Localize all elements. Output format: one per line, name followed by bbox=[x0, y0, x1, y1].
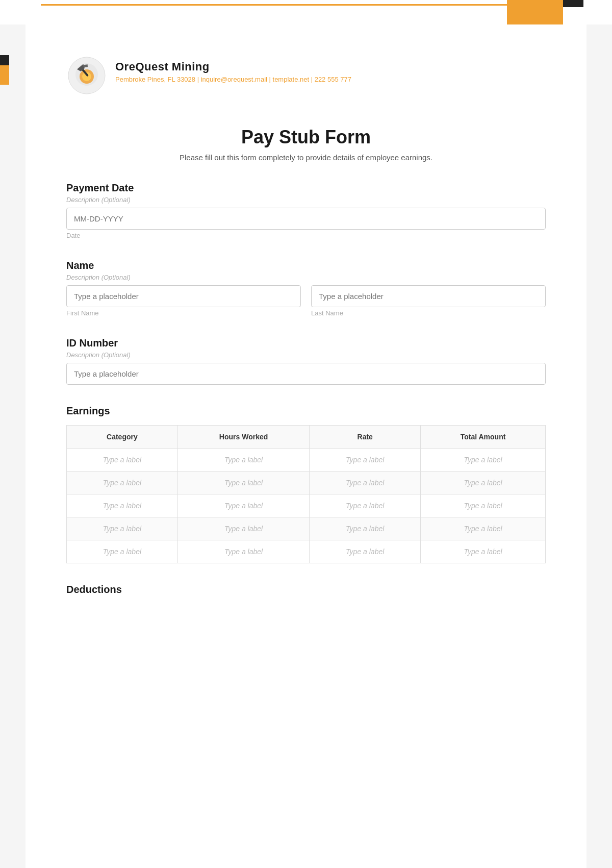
last-name-sublabel: Last Name bbox=[311, 309, 546, 317]
first-name-sublabel: First Name bbox=[66, 309, 301, 317]
payment-date-section: Payment Date Description (Optional) Date bbox=[66, 182, 546, 239]
earnings-cell[interactable]: Type a label bbox=[177, 494, 309, 517]
id-number-description: Description (Optional) bbox=[66, 351, 546, 359]
earnings-cell[interactable]: Type a label bbox=[177, 517, 309, 540]
earnings-cell[interactable]: Type a label bbox=[177, 472, 309, 494]
payment-date-description: Description (Optional) bbox=[66, 196, 546, 204]
earnings-cell[interactable]: Type a label bbox=[310, 517, 421, 540]
name-description: Description (Optional) bbox=[66, 274, 546, 281]
earnings-row: Type a labelType a labelType a labelType… bbox=[67, 472, 546, 494]
earnings-cell[interactable]: Type a label bbox=[177, 540, 309, 563]
first-name-input[interactable] bbox=[66, 285, 301, 307]
earnings-cell[interactable]: Type a label bbox=[421, 472, 546, 494]
first-name-col: First Name bbox=[66, 285, 301, 317]
col-rate: Rate bbox=[310, 426, 421, 449]
earnings-section: Earnings Category Hours Worked Rate Tota… bbox=[66, 405, 546, 563]
earnings-cell[interactable]: Type a label bbox=[67, 517, 178, 540]
earnings-row: Type a labelType a labelType a labelType… bbox=[67, 540, 546, 563]
id-number-section: ID Number Description (Optional) bbox=[66, 337, 546, 385]
earnings-cell[interactable]: Type a label bbox=[310, 540, 421, 563]
earnings-cell[interactable]: Type a label bbox=[421, 517, 546, 540]
form-subtitle: Please fill out this form completely to … bbox=[66, 153, 546, 162]
form-title: Pay Stub Form bbox=[66, 127, 546, 148]
name-label: Name bbox=[66, 260, 546, 271]
page-container: OreQuest Mining Pembroke Pines, FL 33028… bbox=[26, 24, 586, 868]
earnings-cell[interactable]: Type a label bbox=[310, 449, 421, 472]
earnings-cell[interactable]: Type a label bbox=[310, 494, 421, 517]
company-details: Pembroke Pines, FL 33028 | inquire@orequ… bbox=[115, 76, 351, 83]
payment-date-sublabel: Date bbox=[66, 232, 546, 239]
earnings-cell[interactable]: Type a label bbox=[421, 540, 546, 563]
earnings-row: Type a labelType a labelType a labelType… bbox=[67, 517, 546, 540]
company-name: OreQuest Mining bbox=[115, 60, 351, 73]
earnings-row: Type a labelType a labelType a labelType… bbox=[67, 449, 546, 472]
earnings-cell[interactable]: Type a label bbox=[177, 449, 309, 472]
payment-date-input[interactable] bbox=[66, 208, 546, 230]
last-name-input[interactable] bbox=[311, 285, 546, 307]
deductions-label: Deductions bbox=[66, 584, 546, 596]
name-section: Name Description (Optional) First Name L… bbox=[66, 260, 546, 317]
earnings-cell[interactable]: Type a label bbox=[67, 449, 178, 472]
payment-date-label: Payment Date bbox=[66, 182, 546, 194]
last-name-col: Last Name bbox=[311, 285, 546, 317]
logo-area: OreQuest Mining Pembroke Pines, FL 33028… bbox=[66, 55, 546, 96]
earnings-cell[interactable]: Type a label bbox=[421, 449, 546, 472]
id-number-input[interactable] bbox=[66, 363, 546, 385]
id-number-label: ID Number bbox=[66, 337, 546, 349]
form-title-section: Pay Stub Form Please fill out this form … bbox=[66, 127, 546, 162]
name-row: First Name Last Name bbox=[66, 285, 546, 317]
earnings-cell[interactable]: Type a label bbox=[421, 494, 546, 517]
company-logo bbox=[66, 55, 107, 96]
earnings-cell[interactable]: Type a label bbox=[67, 540, 178, 563]
col-category: Category bbox=[67, 426, 178, 449]
earnings-cell[interactable]: Type a label bbox=[67, 472, 178, 494]
earnings-row: Type a labelType a labelType a labelType… bbox=[67, 494, 546, 517]
earnings-cell[interactable]: Type a label bbox=[310, 472, 421, 494]
col-total-amount: Total Amount bbox=[421, 426, 546, 449]
earnings-label: Earnings bbox=[66, 405, 546, 417]
col-hours-worked: Hours Worked bbox=[177, 426, 309, 449]
earnings-cell[interactable]: Type a label bbox=[67, 494, 178, 517]
earnings-table: Category Hours Worked Rate Total Amount … bbox=[66, 425, 546, 563]
company-info: OreQuest Mining Pembroke Pines, FL 33028… bbox=[115, 55, 351, 83]
earnings-header-row: Category Hours Worked Rate Total Amount bbox=[67, 426, 546, 449]
